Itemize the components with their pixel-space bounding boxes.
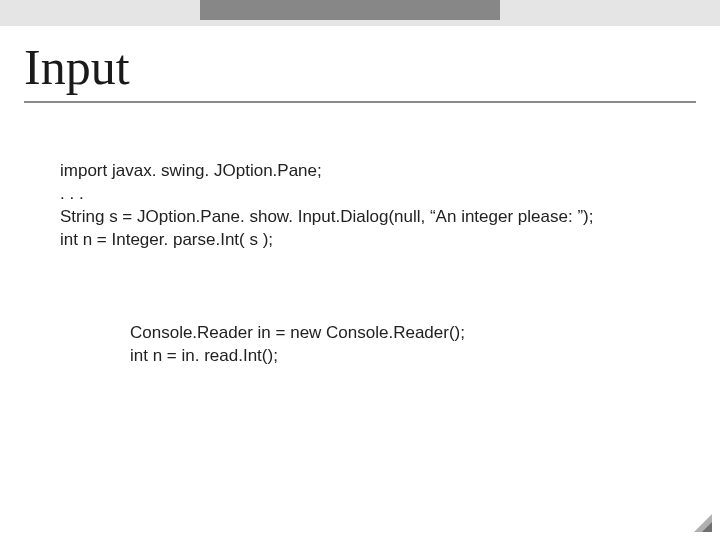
code-block-1: import javax. swing. JOption.Pane; . . .… <box>60 160 700 252</box>
slide-body: import javax. swing. JOption.Pane; . . .… <box>60 160 700 368</box>
code-line: import javax. swing. JOption.Pane; <box>60 160 700 183</box>
title-area: Input <box>0 30 720 107</box>
code-line: String s = JOption.Pane. show. Input.Dia… <box>60 206 700 229</box>
code-block-2: Console.Reader in = new Console.Reader()… <box>130 322 700 368</box>
code-line: int n = in. read.Int(); <box>130 345 700 368</box>
code-line: . . . <box>60 183 700 206</box>
page-corner-fold-inner <box>702 522 712 532</box>
title-underline <box>24 101 696 103</box>
code-line: int n = Integer. parse.Int( s ); <box>60 229 700 252</box>
slide-title: Input <box>24 40 696 95</box>
slide-top-dark-bar <box>200 0 500 20</box>
code-line: Console.Reader in = new Console.Reader()… <box>130 322 700 345</box>
